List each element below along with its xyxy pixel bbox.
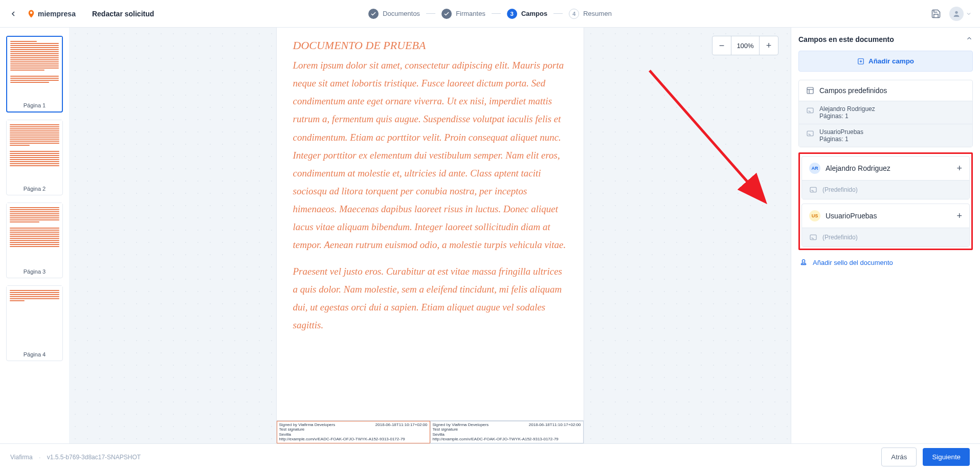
footer-separator: · [39, 453, 41, 461]
thumbnail-page-1[interactable]: Página 1 [6, 36, 63, 113]
sig-timestamp: 2018-06-18T11:10:17+02:00 [529, 422, 581, 428]
thumbnail-label: Página 2 [7, 183, 62, 195]
app-footer: Viafirma · v1.5.5-b769-3d8ac17-SNAPSHOT … [0, 443, 980, 470]
panel-title: Campos en este documento [798, 35, 894, 43]
sig-url: http://example.com/v/EADC-FOAK-OFJO-TWYK… [279, 437, 405, 441]
document-canvas[interactable]: − 100% + DOCUMENTO DE PRUEBA Lorem ipsum… [69, 28, 791, 443]
signer-alejandro: AR Alejandro Rodriguez + (Predefinido) [801, 156, 970, 199]
thumbnail-label: Página 1 [7, 99, 62, 111]
add-field-label: Añadir campo [868, 57, 914, 65]
predefined-fields-section: Campos predefinidos Alejandro Rodriguez … [798, 80, 973, 147]
thumbnail-label: Página 4 [7, 348, 62, 361]
predefined-label: (Predefinido) [822, 186, 858, 193]
zoom-value: 100% [731, 36, 760, 55]
signature-box: Signed by Viafirma Developers2018-06-18T… [277, 421, 430, 443]
user-pages: Páginas: 1 [819, 113, 875, 120]
document-title: DOCUMENTO DE PRUEBA [293, 39, 567, 52]
plus-box-icon [857, 58, 864, 65]
add-seal-label: Añadir sello del documento [813, 259, 893, 266]
zoom-controls: − 100% + [712, 36, 778, 55]
signature-icon [809, 233, 817, 241]
stamp-icon [799, 258, 808, 266]
signer-name: UsuarioPruebas [826, 212, 951, 220]
step-resumen[interactable]: 4 Resumen [569, 9, 612, 19]
signer-badge: AR [809, 163, 820, 174]
sig-signed-by: Signed by Viafirma Developers [433, 422, 489, 427]
save-button[interactable] [931, 9, 941, 19]
zoom-in-button[interactable]: + [760, 36, 778, 55]
next-button[interactable]: Siguiente [923, 448, 970, 466]
add-signer-field-button[interactable]: + [956, 163, 962, 174]
predefined-label: (Predefinido) [822, 234, 858, 241]
document-paragraph: Praesent vel justo eros. Curabitur at es… [293, 262, 567, 334]
step-label: Resumen [583, 10, 612, 17]
svg-rect-7 [807, 87, 813, 94]
step-number: 3 [507, 9, 517, 19]
fields-panel: Campos en este documento Añadir campo Ca… [791, 28, 980, 443]
signer-predefined-row[interactable]: (Predefinido) [802, 228, 969, 247]
step-separator [553, 13, 563, 14]
add-field-button[interactable]: Añadir campo [798, 51, 973, 72]
check-icon [368, 9, 378, 19]
sig-type: Test signature [279, 427, 305, 432]
avatar-icon [949, 7, 964, 21]
user-name: UsuarioPruebas [819, 128, 863, 136]
signer-badge: US [809, 210, 820, 221]
step-documentos[interactable]: Documentos [368, 9, 420, 19]
signature-icon [806, 129, 814, 138]
footer-version: v1.5.5-b769-3d8ac17-SNAPSHOT [47, 454, 141, 461]
signer-header[interactable]: AR Alejandro Rodriguez + [802, 156, 969, 180]
step-firmantes[interactable]: Firmantes [441, 9, 485, 19]
chevron-down-icon [966, 11, 972, 17]
add-document-seal-button[interactable]: Añadir sello del documento [798, 256, 973, 268]
thumbnail-page-3[interactable]: Página 3 [6, 203, 63, 278]
svg-rect-15 [801, 264, 806, 265]
predefined-user-row[interactable]: Alejandro Rodriguez Páginas: 1 [799, 101, 972, 124]
document-page: DOCUMENTO DE PRUEBA Lorem ipsum dolor si… [277, 28, 584, 443]
step-number: 4 [569, 9, 579, 19]
layout-icon [806, 86, 814, 95]
signer-name: Alejandro Rodriguez [826, 164, 951, 172]
brand-logo: miempresa [27, 9, 76, 18]
step-label: Documentos [383, 10, 420, 17]
step-label: Firmantes [456, 10, 485, 17]
step-separator [426, 13, 435, 14]
document-body: Lorem ipsum dolor sit amet, consectetur … [293, 56, 567, 334]
sig-type: Test signature [433, 427, 458, 432]
signature-row: Signed by Viafirma Developers2018-06-18T… [277, 420, 584, 443]
user-name: Alejandro Rodriguez [819, 105, 875, 113]
svg-point-14 [802, 260, 805, 262]
back-button[interactable] [8, 9, 18, 19]
page-title: Redactar solicitud [92, 10, 154, 18]
predefined-user-row[interactable]: UsuarioPruebas Páginas: 1 [799, 124, 972, 147]
user-pages: Páginas: 1 [819, 136, 863, 143]
back-button[interactable]: Atrás [881, 447, 917, 466]
thumbnail-page-4[interactable]: Página 4 [6, 285, 63, 361]
predefined-fields-header[interactable]: Campos predefinidos [799, 80, 972, 101]
section-label: Campos predefinidos [819, 86, 887, 95]
svg-point-1 [955, 11, 957, 13]
step-label: Campos [521, 10, 547, 17]
step-separator [492, 13, 501, 14]
sig-url: http://example.com/v/EADC-FOAK-OFJO-TWYK… [433, 437, 559, 441]
signature-icon [806, 106, 814, 115]
signer-usuariopruebas: US UsuarioPruebas + (Predefinido) [801, 204, 970, 247]
sig-signed-by: Signed by Viafirma Developers [279, 422, 336, 427]
collapse-button[interactable] [966, 35, 973, 43]
check-icon [441, 9, 452, 19]
signer-header[interactable]: US UsuarioPruebas + [802, 204, 969, 228]
signer-predefined-row[interactable]: (Predefinido) [802, 180, 969, 199]
sig-timestamp: 2018-06-18T11:10:17+02:00 [375, 422, 428, 428]
add-signer-field-button[interactable]: + [956, 211, 962, 221]
thumbnail-label: Página 3 [7, 265, 62, 278]
step-campos[interactable]: 3 Campos [507, 9, 547, 19]
zoom-out-button[interactable]: − [712, 36, 731, 55]
sig-location: Sevilla [433, 432, 445, 437]
signature-icon [809, 186, 817, 194]
brand-text: miempresa [38, 10, 76, 18]
footer-brand: Viafirma [10, 454, 33, 461]
progress-stepper: Documentos Firmantes 3 Campos 4 Resumen [368, 9, 612, 19]
app-header: miempresa Redactar solicitud Documentos … [0, 0, 980, 28]
user-menu[interactable] [949, 7, 972, 21]
thumbnail-page-2[interactable]: Página 2 [6, 120, 63, 195]
